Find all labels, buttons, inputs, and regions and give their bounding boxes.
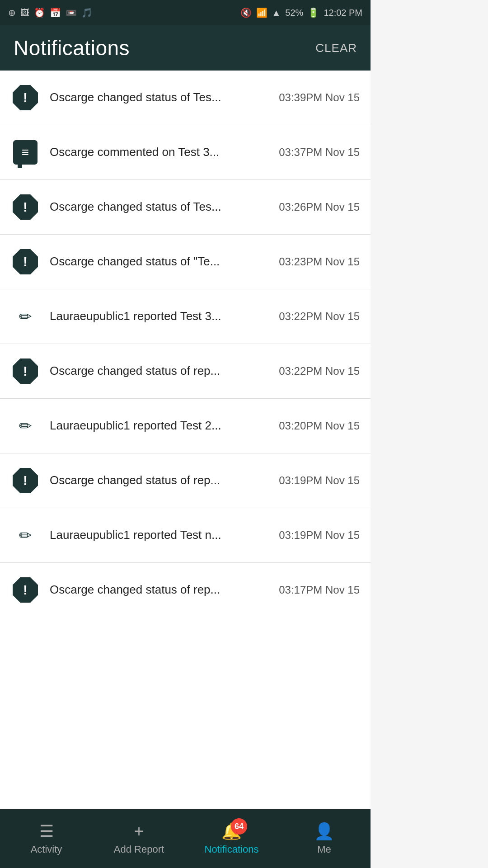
notif-content: Oscarge changed status of rep... — [50, 363, 272, 379]
notif-time: 03:20PM Nov 15 — [279, 420, 360, 432]
comment-icon: ≡ — [13, 140, 38, 165]
notif-time: 03:22PM Nov 15 — [279, 310, 360, 323]
wifi-icon: 📶 — [256, 7, 267, 18]
notification-item[interactable]: ≡Oscarge commented on Test 3...03:37PM N… — [0, 125, 371, 180]
notif-text: Oscarge changed status of rep... — [50, 583, 220, 596]
notif-text: Oscarge commented on Test 3... — [50, 145, 219, 159]
add-report-icon: + — [134, 822, 144, 841]
notification-item[interactable]: ✏Lauraeupublic1 reported Test 2...03:20P… — [0, 399, 371, 453]
notif-text: Lauraeupublic1 reported Test 2... — [50, 419, 221, 432]
calendar-icon: 📅 — [50, 7, 61, 18]
page-header: Notifications CLEAR — [0, 25, 371, 71]
media-icon: 📼 — [66, 7, 77, 18]
notif-time: 03:19PM Nov 15 — [279, 529, 360, 542]
me-label: Me — [317, 844, 331, 855]
pencil-icon: ✏ — [13, 414, 38, 438]
alert-icon: ! — [13, 85, 38, 110]
alert-icon: ! — [13, 577, 38, 603]
notif-icon-pencil: ✏ — [11, 521, 40, 550]
activity-icon: ☰ — [39, 822, 54, 841]
notif-time: 03:19PM Nov 15 — [279, 474, 360, 487]
clock-icon: ⏰ — [34, 7, 45, 18]
notif-icon-comment: ≡ — [11, 138, 40, 167]
notif-text: Oscarge changed status of "Te... — [50, 255, 220, 268]
time-display: 12:02 PM — [324, 8, 362, 18]
status-bar-left: ⊕ 🖼 ⏰ 📅 📼 🎵 — [8, 7, 93, 18]
notification-badge: 64 — [231, 818, 247, 835]
notif-icon-alert: ! — [11, 357, 40, 386]
notif-icon-alert: ! — [11, 83, 40, 112]
notification-item[interactable]: !Oscarge changed status of rep...03:17PM… — [0, 563, 371, 617]
alert-icon: ! — [13, 359, 38, 384]
battery-icon: 🔋 — [308, 7, 319, 18]
bottom-nav: ☰Activity+Add Report🔔64Notifications👤Me — [0, 809, 371, 868]
notif-icon-alert: ! — [11, 576, 40, 604]
image-icon: 🖼 — [20, 8, 29, 18]
notif-time: 03:26PM Nov 15 — [279, 201, 360, 213]
notif-content: Oscarge commented on Test 3... — [50, 145, 272, 160]
nav-item-notifications[interactable]: 🔔64Notifications — [185, 809, 278, 868]
page-title: Notifications — [14, 36, 130, 60]
notif-text: Oscarge changed status of rep... — [50, 364, 220, 377]
me-icon: 👤 — [314, 822, 334, 841]
notif-content: Lauraeupublic1 reported Test 2... — [50, 418, 272, 434]
bell-wrapper: 🔔64 — [221, 822, 242, 841]
notification-item[interactable]: !Oscarge changed status of rep...03:22PM… — [0, 344, 371, 399]
notification-item[interactable]: !Oscarge changed status of rep...03:19PM… — [0, 453, 371, 508]
clear-button[interactable]: CLEAR — [315, 41, 357, 55]
notif-text: Oscarge changed status of Tes... — [50, 200, 221, 213]
notification-list: !Oscarge changed status of Tes...03:39PM… — [0, 71, 371, 809]
alert-icon: ! — [13, 468, 38, 493]
notification-item[interactable]: ✏Lauraeupublic1 reported Test n...03:19P… — [0, 508, 371, 563]
notif-content: Oscarge changed status of rep... — [50, 473, 272, 488]
pencil-icon: ✏ — [13, 304, 38, 329]
notif-time: 03:22PM Nov 15 — [279, 365, 360, 377]
activity-label: Activity — [31, 844, 62, 855]
nav-item-activity[interactable]: ☰Activity — [0, 809, 93, 868]
status-bar: ⊕ 🖼 ⏰ 📅 📼 🎵 🔇 📶 ▲ 52% 🔋 12:02 PM — [0, 0, 371, 25]
add-icon: ⊕ — [8, 7, 16, 18]
pencil-icon: ✏ — [13, 523, 38, 547]
nav-item-add-report[interactable]: +Add Report — [93, 809, 185, 868]
notification-item[interactable]: !Oscarge changed status of Tes...03:26PM… — [0, 180, 371, 235]
alert-icon: ! — [13, 194, 38, 220]
sound-off-icon: 🔇 — [240, 7, 252, 18]
notif-content: Oscarge changed status of "Te... — [50, 254, 272, 269]
notif-content: Oscarge changed status of Tes... — [50, 90, 272, 105]
notif-text: Lauraeupublic1 reported Test 3... — [50, 309, 221, 323]
battery-label: 52% — [285, 8, 303, 18]
add-report-label: Add Report — [114, 844, 164, 855]
notif-content: Oscarge changed status of rep... — [50, 582, 272, 598]
notif-text: Oscarge changed status of rep... — [50, 473, 220, 487]
status-bar-right: 🔇 📶 ▲ 52% 🔋 12:02 PM — [240, 7, 362, 18]
music-icon: 🎵 — [81, 7, 93, 18]
notif-icon-alert: ! — [11, 466, 40, 495]
notif-text: Oscarge changed status of Tes... — [50, 90, 221, 104]
notification-item[interactable]: ✏Lauraeupublic1 reported Test 3...03:22P… — [0, 289, 371, 344]
notifications-label: Notifications — [205, 844, 259, 855]
notif-text: Lauraeupublic1 reported Test n... — [50, 528, 221, 542]
notification-item[interactable]: !Oscarge changed status of "Te...03:23PM… — [0, 235, 371, 289]
notif-time: 03:23PM Nov 15 — [279, 255, 360, 268]
notification-item[interactable]: !Oscarge changed status of Tes...03:39PM… — [0, 71, 371, 125]
notif-icon-pencil: ✏ — [11, 302, 40, 331]
notif-icon-alert: ! — [11, 193, 40, 222]
notif-time: 03:39PM Nov 15 — [279, 91, 360, 104]
alert-icon: ! — [13, 249, 38, 274]
notif-icon-pencil: ✏ — [11, 411, 40, 440]
nav-item-me[interactable]: 👤Me — [278, 809, 371, 868]
notif-content: Oscarge changed status of Tes... — [50, 199, 272, 215]
notif-icon-alert: ! — [11, 247, 40, 276]
notif-time: 03:37PM Nov 15 — [279, 146, 360, 159]
notif-content: Lauraeupublic1 reported Test 3... — [50, 309, 272, 324]
notif-time: 03:17PM Nov 15 — [279, 584, 360, 596]
notif-content: Lauraeupublic1 reported Test n... — [50, 528, 272, 543]
signal-icon: ▲ — [272, 8, 281, 18]
